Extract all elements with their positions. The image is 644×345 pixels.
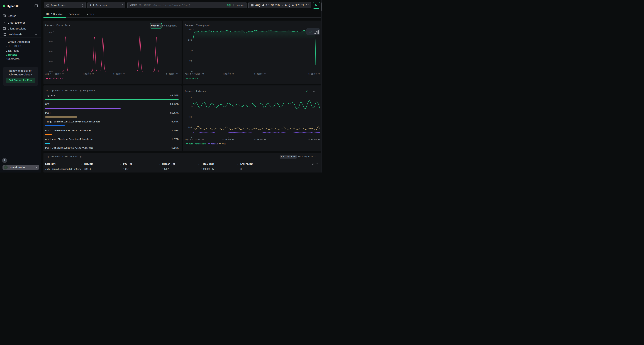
svg-text:Top 20 Most Time Consuming: Top 20 Most Time Consuming <box>45 155 82 158</box>
svg-text:46.54%: 46.54% <box>170 94 178 97</box>
svg-text:GET: GET <box>45 103 50 106</box>
svg-text:6.84%: 6.84% <box>172 120 178 123</box>
svg-text:166.1: 166.1 <box>123 168 130 171</box>
svg-text:1k: 1k <box>190 106 192 108</box>
svg-text:POST: POST <box>45 112 51 114</box>
svg-text:5:31:00 PM: 5:31:00 PM <box>166 73 178 75</box>
svg-text:Total (ms): Total (ms) <box>201 163 214 165</box>
svg-text:Request Latency: Request Latency <box>185 90 206 93</box>
svg-text:Aug 4 4:31:00 PM: Aug 4 4:31:00 PM <box>45 73 64 75</box>
svg-text:95th Percentile: 95th Percentile <box>189 143 206 145</box>
svg-text:Median: Median <box>211 143 218 145</box>
svg-text:ingress: ingress <box>45 94 55 97</box>
svg-text:Avg: Avg <box>222 143 226 145</box>
svg-text:POST /oteldemo.CartService/Add: POST /oteldemo.CartService/AddItem <box>45 147 93 149</box>
svg-text:Sort by Time: Sort by Time <box>280 156 296 158</box>
svg-text:11.17%: 11.17% <box>170 112 178 114</box>
svg-text:⋮: ⋮ <box>198 163 200 165</box>
svg-text:Errors/Min: Errors/Min <box>240 163 253 165</box>
svg-text:5:31:00 PM: 5:31:00 PM <box>308 73 320 75</box>
svg-text:639.4: 639.4 <box>84 168 91 171</box>
svg-text:1k: 1k <box>190 96 192 98</box>
svg-text:Overall: Overall <box>151 25 161 27</box>
svg-text:Request Error Rate: Request Error Rate <box>45 24 70 27</box>
svg-text:0: 0 <box>190 71 192 73</box>
svg-text:Sort by Errors: Sort by Errors <box>298 156 316 158</box>
svg-text:20 Top Most Time Consuming End: 20 Top Most Time Consuming Endpoints <box>45 89 96 92</box>
svg-text:0: 0 <box>240 168 242 171</box>
svg-text:26k: 26k <box>188 39 192 41</box>
svg-text:⋮: ⋮ <box>237 163 239 165</box>
svg-text:Median (ms): Median (ms) <box>162 163 176 165</box>
svg-text:Aug 4 4:31:00 PM: Aug 4 4:31:00 PM <box>185 73 204 75</box>
svg-text:Requests: Requests <box>188 77 198 79</box>
svg-text:9k: 9k <box>190 60 192 62</box>
svg-text:By Endpoint: By Endpoint <box>162 25 177 27</box>
svg-text:0%: 0% <box>49 71 52 73</box>
svg-text:0: 0 <box>190 136 192 138</box>
svg-text:oteldemo.CheckoutService/Place: oteldemo.CheckoutService/PlaceOrder <box>45 138 94 141</box>
svg-text:⋮: ⋮ <box>158 163 161 165</box>
svg-text:2.51%: 2.51% <box>172 129 178 132</box>
svg-text:POST /oteldemo.CartService/Get: POST /oteldemo.CartService/GetCart <box>45 129 93 132</box>
svg-text:5:03:00 PM: 5:03:00 PM <box>113 73 125 75</box>
svg-text:200: 200 <box>188 126 192 128</box>
svg-text:⋮: ⋮ <box>80 163 83 165</box>
svg-text:4:48:00 PM: 4:48:00 PM <box>82 73 94 75</box>
svg-text:4:48:00 PM: 4:48:00 PM <box>222 139 234 141</box>
svg-text:0%: 0% <box>49 40 52 43</box>
svg-text:0%: 0% <box>49 31 52 33</box>
svg-text:⋮: ⋮ <box>120 163 122 165</box>
svg-text:Error Rate %: Error Rate % <box>49 78 63 80</box>
svg-text:5:03:00 PM: 5:03:00 PM <box>254 139 266 141</box>
svg-text:5:03:00 PM: 5:03:00 PM <box>254 73 266 75</box>
svg-text:19.37: 19.37 <box>162 168 169 171</box>
svg-text:Aug 4 4:31:00 PM: Aug 4 4:31:00 PM <box>185 139 204 141</box>
svg-text:1.73%: 1.73% <box>172 138 178 141</box>
svg-text:/oteldemo.RecommendationServ: /oteldemo.RecommendationServ <box>45 168 82 171</box>
svg-text:Request Throughput: Request Throughput <box>185 24 210 27</box>
svg-text:0%: 0% <box>49 61 52 63</box>
svg-text:Endpoint: Endpoint <box>45 163 56 165</box>
svg-text:flagd.evaluation.v1.Service/Ev: flagd.evaluation.v1.Service/EventStream <box>45 120 100 123</box>
svg-text:400: 400 <box>188 116 192 118</box>
svg-text:0%: 0% <box>49 50 52 52</box>
svg-text:P95 (ms): P95 (ms) <box>123 163 134 165</box>
svg-text:1808098.97: 1808098.97 <box>201 168 214 171</box>
svg-text:17k: 17k <box>188 50 192 52</box>
svg-text:5:31:00 PM: 5:31:00 PM <box>308 139 320 141</box>
svg-text:4:48:00 PM: 4:48:00 PM <box>222 73 234 75</box>
svg-text:26.33%: 26.33% <box>170 103 178 106</box>
svg-text:34k: 34k <box>188 28 192 30</box>
svg-text:Req/Min: Req/Min <box>84 163 93 165</box>
svg-text:1.23%: 1.23% <box>172 147 178 149</box>
